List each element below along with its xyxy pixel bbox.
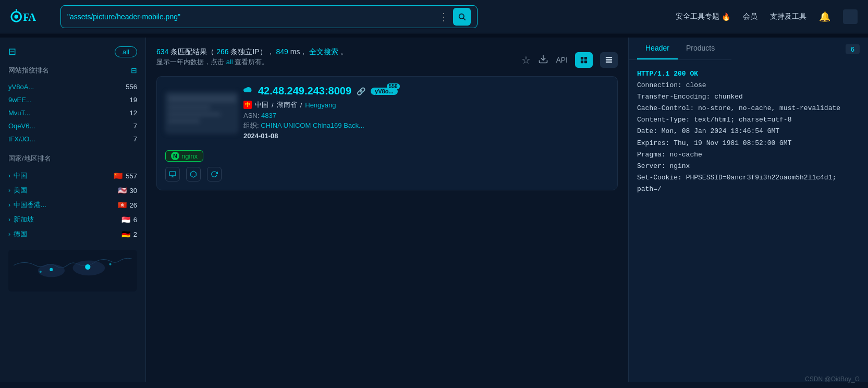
http-status-line: HTTP/1.1 200 OK	[637, 68, 860, 80]
content-area: 634 条匹配结果（ 266 条独立IP）， 849 ms， 全文搜索 。 显示…	[146, 38, 628, 382]
svg-rect-16	[581, 60, 583, 63]
svg-point-10	[85, 264, 90, 270]
list-item[interactable]: MvuT... 12	[8, 106, 137, 119]
header-line: Expires: Thu, 19 Nov 1981 08:52:00 GMT	[637, 138, 860, 149]
search-time: 849	[276, 47, 288, 56]
panel-header-row: Header Products 6	[629, 38, 868, 60]
unique-ip-count: 266	[216, 47, 228, 56]
search-options-icon[interactable]: ⋮	[438, 10, 449, 23]
card-info: 42.48.249.243:8009 🔗 yV8o... 556 中 中国 / …	[243, 85, 609, 140]
grid-view-button[interactable]	[575, 52, 593, 68]
svg-rect-22	[168, 95, 236, 103]
fingerprint-list: yV8oA... 556 9wEE... 19 MvuT... 12 OqeV6…	[8, 80, 137, 146]
expand-icon: ›	[8, 187, 10, 194]
tag-badge[interactable]: yV8o... 556	[371, 88, 397, 95]
results-summary: 634 条匹配结果（ 266 条独立IP）， 849 ms， 全文搜索 。 显示…	[156, 46, 348, 74]
cube-icon[interactable]	[186, 167, 201, 181]
svg-point-12	[40, 271, 42, 273]
header-line: Date: Mon, 08 Jan 2024 13:46:54 GMT	[637, 126, 860, 137]
watermark: CSDN @OidBoy_G	[805, 375, 860, 383]
tab-header[interactable]: Header	[637, 38, 678, 59]
svg-point-4	[459, 14, 464, 18]
header-line: Connection: close	[637, 80, 860, 91]
svg-rect-19	[606, 59, 612, 60]
list-item[interactable]: › 美国 🇺🇸 30	[8, 183, 137, 198]
svg-rect-26	[169, 172, 176, 176]
expand-icon: ›	[8, 201, 10, 209]
search-button[interactable]	[453, 8, 471, 26]
list-item[interactable]: 9wEE... 19	[8, 93, 137, 106]
list-item[interactable]: yV8oA... 556	[8, 80, 137, 93]
asn-link[interactable]: 4837	[261, 112, 276, 119]
list-item[interactable]: › 新加坡 🇸🇬 6	[8, 212, 137, 227]
filter-all-button[interactable]: all	[115, 46, 137, 57]
results-actions: ☆ API	[521, 52, 618, 68]
nav-support[interactable]: 支持及工具	[770, 12, 806, 21]
nginx-icon: N	[171, 152, 179, 160]
screenshot-icon[interactable]	[165, 167, 180, 181]
header-line: Set-Cookie: PHPSESSID=0ancr3f9i3h22oaom5…	[637, 172, 860, 195]
list-item[interactable]: OqeV6... 7	[8, 119, 137, 132]
download-icon[interactable]	[538, 54, 548, 67]
svg-point-9	[50, 268, 53, 271]
sidebar-filter-row: ⊟ all	[8, 46, 137, 57]
fire-icon: 🔥	[722, 13, 730, 21]
header-line: Transfer-Encoding: chunked	[637, 91, 860, 103]
city-link[interactable]: Hengyang	[305, 101, 336, 109]
right-panel: Header Products 6 HTTP/1.1 200 OK Connec…	[628, 38, 868, 382]
expand-icon: ›	[8, 172, 10, 179]
link-icon[interactable]: 🔗	[357, 87, 365, 95]
header-line: Cache-Control: no-store, no-cache, must-…	[637, 103, 860, 114]
org-link[interactable]: CHINA UNICOM China169 Back...	[261, 122, 364, 129]
tab-products[interactable]: Products	[678, 38, 723, 59]
china-flag: 中	[243, 101, 252, 109]
ip-address[interactable]: 42.48.249.243:8009	[258, 85, 351, 97]
country-list: › 中国 🇨🇳 557 › 美国 🇺🇸 30 › 中国香港... 🇭🇰 26 ›…	[8, 168, 137, 241]
expand-icon: ›	[8, 231, 10, 238]
svg-rect-23	[168, 105, 210, 110]
svg-rect-24	[168, 112, 221, 116]
card-ip-row: 42.48.249.243:8009 🔗 yV8o... 556	[243, 85, 609, 97]
svg-rect-18	[606, 57, 612, 58]
svg-point-11	[109, 263, 111, 265]
sidebar: ⊟ all 网站指纹排名 ⊟ yV8oA... 556 9wEE... 19 M…	[0, 38, 146, 382]
card-org: 组织: CHINA UNICOM China169 Back...	[243, 121, 609, 130]
header-nav: 安全工具专题 🔥 会员 支持及工具 🔔	[676, 9, 858, 24]
search-type: 全文搜索	[309, 47, 338, 56]
notification-bell-icon[interactable]: 🔔	[819, 11, 830, 22]
nav-member[interactable]: 会员	[743, 12, 757, 21]
svg-line-5	[463, 18, 466, 20]
star-icon[interactable]: ☆	[521, 54, 531, 66]
search-bar: ⋮	[60, 5, 478, 28]
panel-tabs: Header Products	[629, 38, 731, 60]
search-input[interactable]	[67, 13, 434, 21]
card-date: 2024-01-08	[243, 132, 609, 140]
svg-text:FA: FA	[23, 11, 36, 23]
svg-point-1	[14, 15, 18, 18]
list-item[interactable]: › 中国香港... 🇭🇰 26	[8, 198, 137, 212]
svg-rect-6	[8, 250, 137, 292]
server-tag: N nginx	[165, 150, 203, 162]
card-screenshot	[165, 92, 238, 134]
header-line: Server: nginx	[637, 161, 860, 172]
list-item[interactable]: tFX/JO... 7	[8, 132, 137, 146]
results-header: 634 条匹配结果（ 266 条独立IP）， 849 ms， 全文搜索 。 显示…	[156, 46, 618, 74]
refresh-icon[interactable]	[207, 167, 222, 181]
tag-count: 556	[387, 83, 400, 89]
panel-more-button[interactable]: 6	[846, 44, 860, 54]
map-preview	[8, 250, 137, 292]
nav-tools[interactable]: 安全工具专题 🔥	[676, 12, 730, 21]
result-count: 634	[156, 47, 168, 56]
logo[interactable]: FA	[10, 6, 52, 27]
main-layout: ⊟ all 网站指纹排名 ⊟ yV8oA... 556 9wEE... 19 M…	[0, 38, 868, 382]
country-section-title: 国家/地区排名	[8, 154, 137, 163]
fingerprint-filter-icon[interactable]: ⊟	[131, 66, 137, 75]
user-menu-icon[interactable]	[843, 9, 858, 24]
list-view-button[interactable]	[600, 52, 618, 68]
svg-rect-14	[581, 57, 583, 59]
api-button[interactable]: API	[556, 56, 568, 64]
list-item[interactable]: › 中国 🇨🇳 557	[8, 168, 137, 183]
view-all-link[interactable]: all	[226, 58, 233, 66]
filter-icon[interactable]: ⊟	[8, 46, 16, 57]
list-item[interactable]: › 德国 🇩🇪 2	[8, 227, 137, 241]
